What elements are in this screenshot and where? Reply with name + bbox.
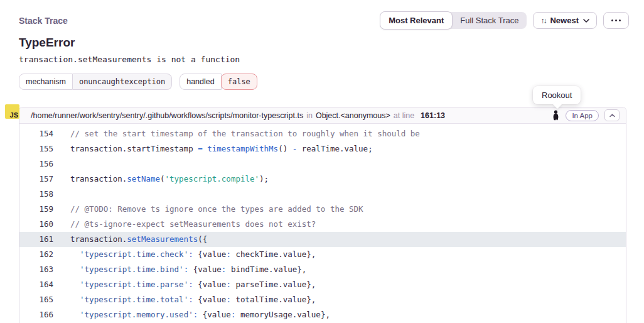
code-text: 'typescript.time.check': {value: checkTi… <box>53 247 316 262</box>
section-title: Stack Trace <box>19 16 68 26</box>
rookout-debugger-icon[interactable] <box>552 110 560 121</box>
view-toggle: Most Relevant Full Stack Trace <box>380 12 527 29</box>
frame-in-word: in <box>306 111 313 120</box>
line-number: 157 <box>19 172 53 187</box>
code-line: 157transaction.setName('typescript.compi… <box>19 172 626 187</box>
line-number: 159 <box>19 202 53 217</box>
line-number: 161 <box>19 232 53 247</box>
sort-newest-button[interactable]: ↑↓ Newest <box>533 12 597 29</box>
chevron-up-icon <box>609 114 615 118</box>
chevron-down-icon <box>583 19 589 23</box>
code-line: 159// @TODO: Remove ts ignore once the t… <box>19 202 626 217</box>
frame-function: Object.<anonymous> <box>316 111 390 120</box>
in-app-badge: In App <box>566 110 599 121</box>
code-line: 155transaction.startTimestamp = timestam… <box>19 141 626 156</box>
code-text: 'typescript.time.bind': {value: bindTime… <box>53 262 306 277</box>
code-line: 160// @ts-ignore-expect setMeasurements … <box>19 217 626 232</box>
line-number: 164 <box>19 277 53 292</box>
tag-value-error: false <box>221 74 257 90</box>
line-number: 156 <box>19 156 53 172</box>
stack-frame: /home/runner/work/sentry/sentry/.github/… <box>19 107 626 323</box>
javascript-platform-icon: JS <box>5 104 19 119</box>
code-text: transaction.startTimestamp = timestampWi… <box>53 141 373 156</box>
code-lines: 154// set the start timestamp of the tra… <box>19 124 626 322</box>
code-line: 156 <box>19 156 626 172</box>
code-text <box>53 156 70 172</box>
sort-label: Newest <box>550 16 579 25</box>
code-text: 'typescript.time.total': {value: totalTi… <box>53 292 316 307</box>
code-text: 'typescript.time.parse': {value: parseTi… <box>53 277 316 292</box>
code-line: 154// set the start timestamp of the tra… <box>19 126 626 141</box>
toggle-full-stack-trace[interactable]: Full Stack Trace <box>452 12 527 29</box>
line-number: 165 <box>19 292 53 307</box>
tag-mechanism[interactable]: mechanism onuncaughtexception <box>19 74 172 90</box>
tag-key: handled <box>180 74 222 90</box>
stack-trace-controls: Most Relevant Full Stack Trace ↑↓ Newest <box>380 12 629 29</box>
tag-value: onuncaughtexception <box>73 74 172 90</box>
code-line: 161transaction.setMeasurements({ <box>19 232 626 247</box>
frame-file-path: /home/runner/work/sentry/sentry/.github/… <box>31 111 303 120</box>
code-text <box>53 187 70 202</box>
line-number: 154 <box>19 126 53 141</box>
sort-arrows-icon: ↑↓ <box>540 16 545 25</box>
code-line: 163 'typescript.time.bind': {value: bind… <box>19 262 626 277</box>
error-message: transaction.setMeasurements is not a fun… <box>19 55 240 64</box>
line-number: 166 <box>19 307 53 322</box>
line-number: 160 <box>19 217 53 232</box>
code-text: 'typescript.memory.used': {value: memory… <box>53 307 330 322</box>
collapse-frame-button[interactable] <box>604 109 620 121</box>
tags-row: mechanism onuncaughtexception handled fa… <box>19 74 257 90</box>
code-text: // @TODO: Remove ts ignore once the type… <box>53 202 363 217</box>
tag-key: mechanism <box>19 74 73 90</box>
frame-header-actions: In App <box>552 109 620 121</box>
ellipsis-icon <box>611 19 621 21</box>
toggle-most-relevant[interactable]: Most Relevant <box>380 11 453 30</box>
code-line: 166 'typescript.memory.used': {value: me… <box>19 307 626 322</box>
rookout-tooltip: Rookout <box>533 86 581 104</box>
code-text: // @ts-ignore-expect setMeasurements doe… <box>53 217 316 232</box>
line-number: 163 <box>19 262 53 277</box>
code-line: 158 <box>19 187 626 202</box>
frame-at-line-words: at line <box>394 111 414 120</box>
code-line: 165 'typescript.time.total': {value: tot… <box>19 292 626 307</box>
frame-header[interactable]: /home/runner/work/sentry/sentry/.github/… <box>19 107 626 124</box>
line-number: 158 <box>19 187 53 202</box>
more-options-button[interactable] <box>603 12 629 29</box>
code-text: transaction.setMeasurements({ <box>53 232 207 247</box>
line-number: 162 <box>19 247 53 262</box>
code-line: 162 'typescript.time.check': {value: che… <box>19 247 626 262</box>
error-type-title: TypeError <box>19 36 75 50</box>
code-text: transaction.setName('typescript.compile'… <box>53 172 269 187</box>
code-line: 164 'typescript.time.parse': {value: par… <box>19 277 626 292</box>
frame-line-col: 161:13 <box>421 111 445 120</box>
code-text: // set the start timestamp of the transa… <box>53 126 420 141</box>
line-number: 155 <box>19 141 53 156</box>
tag-handled[interactable]: handled false <box>180 74 257 90</box>
